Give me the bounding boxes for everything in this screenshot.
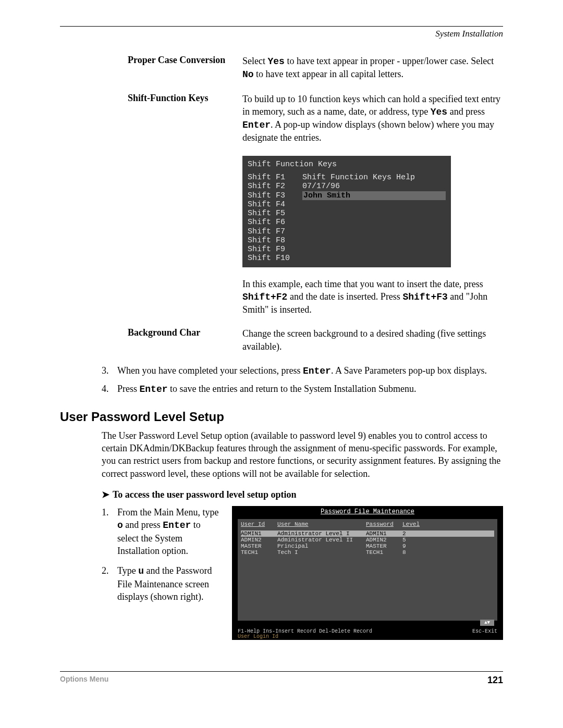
shift-row: Shift F207/17/96 <box>248 182 446 191</box>
keyword-enter: Enter <box>242 120 271 130</box>
list-number: 3. <box>102 364 117 377</box>
header-rule <box>60 26 503 27</box>
def-desc: Change the screen background to a desire… <box>242 327 503 353</box>
shift-row: Shift F8 <box>248 236 446 245</box>
pwd-table: User Id User Name Password Level ADMIN1 … <box>238 519 497 621</box>
page: System Installation Proper Case Conversi… <box>0 0 563 712</box>
text: to have text appear in proper - upper/lo… <box>285 56 494 66</box>
text: Type <box>117 565 138 576</box>
login-prompt: User Login Id <box>238 634 278 639</box>
keyword-shift-f2: Shift+F2 <box>242 292 287 302</box>
shift-key-value-highlighted: John Smith <box>302 191 446 200</box>
text: and press <box>447 106 485 117</box>
shift-row: Shift F10 <box>248 254 446 263</box>
list-body: Type u and the Password File Maintenance… <box>117 564 222 603</box>
text: to save the entries and return to the Sy… <box>168 384 417 394</box>
shift-key-label: Shift F2 <box>248 182 302 191</box>
list-body: Press Enter to save the entries and retu… <box>117 382 503 396</box>
cell-username: Tech I <box>277 549 366 556</box>
cell-level: 2 <box>402 530 423 537</box>
list-number: 2. <box>102 564 117 603</box>
cell-username: Principal <box>277 543 366 549</box>
keyword-yes: Yes <box>267 56 284 67</box>
definition-table: Proper Case Conversion Select Yes to hav… <box>128 55 503 144</box>
cell-level: 8 <box>402 549 423 556</box>
shift-key-value: 07/17/96 <box>302 182 446 191</box>
two-column-layout: 1. From the Main Menu, type o and press … <box>102 506 503 640</box>
col-password: Password <box>366 521 402 527</box>
list-number: 1. <box>102 506 117 557</box>
status-right: Esc-Exit <box>472 628 497 634</box>
cell-username: Administrator Level I <box>277 530 366 537</box>
shift-row: Shift F1Shift Function Keys Help <box>248 173 446 182</box>
cell-userid: MASTER <box>241 543 277 549</box>
keyword-no: No <box>242 69 254 80</box>
shift-key-value <box>302 218 446 227</box>
text: and press <box>123 520 163 530</box>
shift-key-label: Shift F4 <box>248 200 302 209</box>
procedure-heading: ➤To access the user password level setup… <box>102 488 503 501</box>
shift-row: Shift F4 <box>248 200 446 209</box>
password-maintenance-screenshot: Password File Maintenance User Id User N… <box>232 506 503 640</box>
cell-level: 5 <box>402 537 423 543</box>
shift-key-value <box>302 245 446 254</box>
table-row-highlighted: ADMIN1 Administrator Level I ADMIN1 2 <box>241 530 494 537</box>
section-paragraph: The User Password Level Setup option (av… <box>102 429 503 480</box>
cell-password: ADMIN2 <box>366 537 402 543</box>
text: . A pop-up window displays (shown below)… <box>242 119 494 143</box>
cell-userid: ADMIN2 <box>241 537 277 543</box>
cell-userid: ADMIN1 <box>241 530 277 537</box>
list-number: 4. <box>102 382 117 396</box>
shift-key-value: Shift Function Keys Help <box>302 173 446 182</box>
ordered-list-a: 3. When you have completed your selectio… <box>102 364 503 396</box>
section-heading: User Password Level Setup <box>60 410 503 424</box>
shift-row: Shift F7 <box>248 227 446 236</box>
def-background-char: Background Char Change the screen backgr… <box>128 327 503 353</box>
cell-password: TECH1 <box>366 549 402 556</box>
cell-password: ADMIN1 <box>366 530 402 537</box>
text: Select <box>242 56 267 66</box>
footer-row: Options Menu 121 <box>60 675 503 686</box>
keyword-enter: Enter <box>140 384 168 394</box>
shift-box-title: Shift Function Keys <box>248 160 446 169</box>
text: . A Save Parameters pop-up box displays. <box>331 365 487 376</box>
arrow-icon: ➤ <box>102 489 109 500</box>
shift-key-label: Shift F8 <box>248 236 302 245</box>
shift-row: Shift F5 <box>248 209 446 218</box>
procedure-title: To access the user password level setup … <box>113 489 297 500</box>
shift-key-label: Shift F1 <box>248 173 302 182</box>
header-section: System Installation <box>60 29 503 39</box>
shift-key-value <box>302 227 446 236</box>
shift-key-label: Shift F7 <box>248 227 302 236</box>
shift-key-label: Shift F5 <box>248 209 302 218</box>
col-username: User Name <box>277 521 366 527</box>
steps-column: 1. From the Main Menu, type o and press … <box>102 506 222 640</box>
shift-key-value <box>302 254 446 263</box>
def-term: Background Char <box>128 327 242 353</box>
shift-key-value <box>302 209 446 218</box>
def-example: In this example, each time that you want… <box>128 278 503 316</box>
cell-level: 9 <box>402 543 423 549</box>
text: and the date is inserted. Press <box>287 291 402 302</box>
list-item: 2. Type u and the Password File Maintena… <box>102 564 222 603</box>
scroll-indicator-icon: ▲▼ <box>480 620 494 626</box>
list-body: From the Main Menu, type o and press Ent… <box>117 506 222 557</box>
footer: Options Menu 121 <box>60 671 503 686</box>
pwd-header-row: User Id User Name Password Level <box>241 521 494 527</box>
keyword-enter: Enter <box>163 520 191 530</box>
list-body: When you have completed your selections,… <box>117 364 503 377</box>
def-desc: Select Yes to have text appear in proper… <box>242 55 503 81</box>
text: to have text appear in all capital lette… <box>254 69 403 79</box>
cell-userid: TECH1 <box>241 549 277 556</box>
shift-key-label: Shift F10 <box>248 254 302 263</box>
text: When you have completed your selections,… <box>117 365 303 376</box>
shift-function-box: Shift Function Keys Shift F1Shift Functi… <box>242 156 451 267</box>
def-term: Proper Case Conversion <box>128 55 242 81</box>
list-item: 4. Press Enter to save the entries and r… <box>102 382 503 396</box>
footer-section: Options Menu <box>60 675 108 686</box>
text: From the Main Menu, type <box>117 507 218 517</box>
list-item: 3. When you have completed your selectio… <box>102 364 503 377</box>
def-term: Shift-Function Keys <box>128 93 242 144</box>
table-row: TECH1 Tech I TECH1 8 <box>241 549 494 556</box>
keyword-enter: Enter <box>303 366 331 376</box>
